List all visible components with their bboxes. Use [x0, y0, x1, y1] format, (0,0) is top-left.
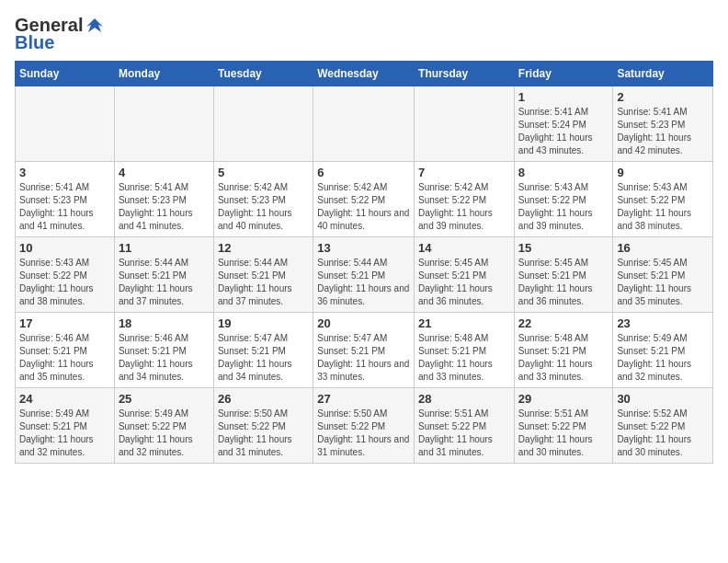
- day-number: 13: [317, 241, 410, 255]
- calendar-cell: 5Sunrise: 5:42 AM Sunset: 5:23 PM Daylig…: [213, 162, 313, 237]
- svg-marker-0: [86, 18, 103, 32]
- logo: General Blue: [15, 15, 105, 53]
- calendar-cell: 19Sunrise: 5:47 AM Sunset: 5:21 PM Dayli…: [213, 313, 313, 388]
- day-number: 4: [119, 166, 210, 179]
- week-row-3: 10Sunrise: 5:43 AM Sunset: 5:22 PM Dayli…: [16, 237, 713, 313]
- logo-blue-text: Blue: [15, 32, 54, 53]
- day-info: Sunrise: 5:47 AM Sunset: 5:21 PM Dayligh…: [317, 332, 410, 384]
- day-number: 19: [218, 316, 309, 330]
- calendar-cell: 4Sunrise: 5:41 AM Sunset: 5:23 PM Daylig…: [114, 162, 213, 237]
- day-info: Sunrise: 5:49 AM Sunset: 5:21 PM Dayligh…: [617, 332, 709, 384]
- calendar-cell: 10Sunrise: 5:43 AM Sunset: 5:22 PM Dayli…: [16, 237, 115, 313]
- day-number: 11: [119, 241, 210, 255]
- calendar-cell: 7Sunrise: 5:42 AM Sunset: 5:22 PM Daylig…: [415, 162, 515, 237]
- calendar-cell: [16, 86, 115, 162]
- day-number: 21: [418, 316, 510, 330]
- day-info: Sunrise: 5:41 AM Sunset: 5:24 PM Dayligh…: [518, 106, 609, 157]
- calendar-cell: 8Sunrise: 5:43 AM Sunset: 5:22 PM Daylig…: [514, 162, 613, 237]
- day-number: 26: [218, 392, 309, 406]
- day-number: 2: [617, 90, 709, 104]
- day-info: Sunrise: 5:48 AM Sunset: 5:21 PM Dayligh…: [518, 332, 609, 384]
- weekday-header-friday: Friday: [514, 62, 613, 86]
- weekday-header-row: SundayMondayTuesdayWednesdayThursdayFrid…: [16, 62, 713, 86]
- weekday-header-thursday: Thursday: [415, 62, 515, 86]
- day-number: 9: [617, 166, 709, 179]
- day-number: 14: [418, 241, 510, 255]
- day-number: 8: [518, 166, 609, 179]
- day-info: Sunrise: 5:52 AM Sunset: 5:22 PM Dayligh…: [617, 408, 709, 459]
- day-info: Sunrise: 5:45 AM Sunset: 5:21 PM Dayligh…: [418, 257, 510, 308]
- day-number: 18: [119, 316, 210, 330]
- day-info: Sunrise: 5:41 AM Sunset: 5:23 PM Dayligh…: [119, 181, 210, 233]
- day-info: Sunrise: 5:41 AM Sunset: 5:23 PM Dayligh…: [617, 106, 709, 157]
- day-number: 23: [617, 316, 709, 330]
- day-info: Sunrise: 5:43 AM Sunset: 5:22 PM Dayligh…: [617, 181, 709, 233]
- day-number: 1: [518, 90, 609, 104]
- calendar-cell: 2Sunrise: 5:41 AM Sunset: 5:23 PM Daylig…: [613, 86, 713, 162]
- calendar-cell: 26Sunrise: 5:50 AM Sunset: 5:22 PM Dayli…: [213, 388, 313, 464]
- day-info: Sunrise: 5:41 AM Sunset: 5:23 PM Dayligh…: [19, 181, 110, 233]
- day-info: Sunrise: 5:44 AM Sunset: 5:21 PM Dayligh…: [317, 257, 410, 308]
- week-row-5: 24Sunrise: 5:49 AM Sunset: 5:21 PM Dayli…: [16, 388, 713, 464]
- day-number: 6: [317, 166, 410, 179]
- calendar-cell: 9Sunrise: 5:43 AM Sunset: 5:22 PM Daylig…: [613, 162, 713, 237]
- calendar-cell: 27Sunrise: 5:50 AM Sunset: 5:22 PM Dayli…: [313, 388, 415, 464]
- weekday-header-wednesday: Wednesday: [313, 62, 415, 86]
- week-row-4: 17Sunrise: 5:46 AM Sunset: 5:21 PM Dayli…: [16, 313, 713, 388]
- day-info: Sunrise: 5:49 AM Sunset: 5:21 PM Dayligh…: [19, 408, 110, 459]
- day-number: 15: [518, 241, 609, 255]
- day-info: Sunrise: 5:45 AM Sunset: 5:21 PM Dayligh…: [518, 257, 609, 308]
- calendar-cell: 13Sunrise: 5:44 AM Sunset: 5:21 PM Dayli…: [313, 237, 415, 313]
- day-info: Sunrise: 5:48 AM Sunset: 5:21 PM Dayligh…: [418, 332, 510, 384]
- calendar-cell: 12Sunrise: 5:44 AM Sunset: 5:21 PM Dayli…: [213, 237, 313, 313]
- day-info: Sunrise: 5:50 AM Sunset: 5:22 PM Dayligh…: [317, 408, 410, 459]
- calendar-cell: 16Sunrise: 5:45 AM Sunset: 5:21 PM Dayli…: [613, 237, 713, 313]
- calendar-cell: [114, 86, 213, 162]
- day-info: Sunrise: 5:42 AM Sunset: 5:22 PM Dayligh…: [317, 181, 410, 233]
- day-info: Sunrise: 5:51 AM Sunset: 5:22 PM Dayligh…: [518, 408, 609, 459]
- day-number: 5: [218, 166, 309, 179]
- day-info: Sunrise: 5:43 AM Sunset: 5:22 PM Dayligh…: [19, 257, 110, 308]
- day-number: 12: [218, 241, 309, 255]
- day-number: 22: [518, 316, 609, 330]
- calendar-cell: 1Sunrise: 5:41 AM Sunset: 5:24 PM Daylig…: [514, 86, 613, 162]
- day-number: 24: [19, 392, 110, 406]
- day-number: 28: [418, 392, 510, 406]
- calendar-cell: 11Sunrise: 5:44 AM Sunset: 5:21 PM Dayli…: [114, 237, 213, 313]
- day-number: 10: [19, 241, 110, 255]
- day-number: 25: [119, 392, 210, 406]
- day-info: Sunrise: 5:50 AM Sunset: 5:22 PM Dayligh…: [218, 408, 309, 459]
- week-row-2: 3Sunrise: 5:41 AM Sunset: 5:23 PM Daylig…: [16, 162, 713, 237]
- weekday-header-saturday: Saturday: [613, 62, 713, 86]
- day-info: Sunrise: 5:45 AM Sunset: 5:21 PM Dayligh…: [617, 257, 709, 308]
- calendar-cell: [213, 86, 313, 162]
- day-info: Sunrise: 5:47 AM Sunset: 5:21 PM Dayligh…: [218, 332, 309, 384]
- calendar-cell: 28Sunrise: 5:51 AM Sunset: 5:22 PM Dayli…: [415, 388, 515, 464]
- day-number: 29: [518, 392, 609, 406]
- day-info: Sunrise: 5:42 AM Sunset: 5:23 PM Dayligh…: [218, 181, 309, 233]
- day-info: Sunrise: 5:49 AM Sunset: 5:22 PM Dayligh…: [119, 408, 210, 459]
- calendar-cell: 18Sunrise: 5:46 AM Sunset: 5:21 PM Dayli…: [114, 313, 213, 388]
- calendar-cell: 24Sunrise: 5:49 AM Sunset: 5:21 PM Dayli…: [16, 388, 115, 464]
- day-info: Sunrise: 5:42 AM Sunset: 5:22 PM Dayligh…: [418, 181, 510, 233]
- day-number: 7: [418, 166, 510, 179]
- week-row-1: 1Sunrise: 5:41 AM Sunset: 5:24 PM Daylig…: [16, 86, 713, 162]
- calendar: SundayMondayTuesdayWednesdayThursdayFrid…: [15, 61, 713, 464]
- logo-bird-icon: [85, 16, 105, 36]
- weekday-header-monday: Monday: [114, 62, 213, 86]
- header: General Blue: [15, 15, 713, 53]
- day-number: 16: [617, 241, 709, 255]
- calendar-cell: 25Sunrise: 5:49 AM Sunset: 5:22 PM Dayli…: [114, 388, 213, 464]
- calendar-cell: 17Sunrise: 5:46 AM Sunset: 5:21 PM Dayli…: [16, 313, 115, 388]
- day-info: Sunrise: 5:44 AM Sunset: 5:21 PM Dayligh…: [119, 257, 210, 308]
- calendar-cell: [415, 86, 515, 162]
- day-number: 3: [19, 166, 110, 179]
- weekday-header-tuesday: Tuesday: [213, 62, 313, 86]
- calendar-cell: 22Sunrise: 5:48 AM Sunset: 5:21 PM Dayli…: [514, 313, 613, 388]
- day-info: Sunrise: 5:43 AM Sunset: 5:22 PM Dayligh…: [518, 181, 609, 233]
- day-info: Sunrise: 5:46 AM Sunset: 5:21 PM Dayligh…: [19, 332, 110, 384]
- calendar-cell: 6Sunrise: 5:42 AM Sunset: 5:22 PM Daylig…: [313, 162, 415, 237]
- calendar-cell: 29Sunrise: 5:51 AM Sunset: 5:22 PM Dayli…: [514, 388, 613, 464]
- day-info: Sunrise: 5:44 AM Sunset: 5:21 PM Dayligh…: [218, 257, 309, 308]
- calendar-cell: 20Sunrise: 5:47 AM Sunset: 5:21 PM Dayli…: [313, 313, 415, 388]
